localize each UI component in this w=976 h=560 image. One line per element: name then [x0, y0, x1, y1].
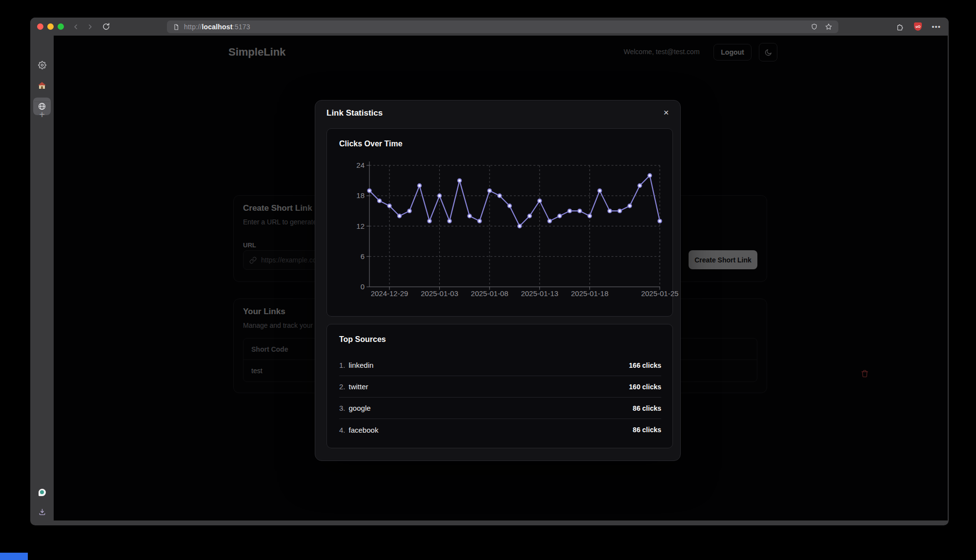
close-window-button[interactable] [37, 23, 43, 30]
reload-icon[interactable] [102, 22, 110, 31]
svg-text:2025-01-18: 2025-01-18 [571, 289, 609, 298]
svg-text:6: 6 [361, 252, 365, 260]
extensions-puzzle-icon[interactable] [896, 22, 904, 31]
page-viewport: SimpleLink Welcome, test@test.com Logout… [54, 36, 948, 520]
svg-text:24: 24 [356, 161, 365, 169]
clicks-over-time-card: Clicks Over Time 061218242024-12-292025-… [326, 128, 673, 317]
source-row: 2.twitter160 clicks [339, 376, 661, 398]
source-row: 1.linkedin166 clicks [339, 355, 661, 376]
link-statistics-modal: Link Statistics × Clicks Over Time 06121… [315, 100, 681, 461]
source-name: 2.twitter [339, 382, 368, 391]
source-clicks: 160 clicks [629, 383, 661, 391]
maximize-window-button[interactable] [58, 23, 64, 30]
source-clicks: 166 clicks [629, 361, 661, 369]
svg-text:0: 0 [361, 282, 365, 291]
chart-title: Clicks Over Time [339, 140, 403, 148]
svg-text:12: 12 [356, 222, 365, 230]
source-row: 4.facebook86 clicks [339, 419, 661, 440]
back-icon[interactable] [73, 23, 80, 30]
url-text: http://localhost:5173 [184, 23, 250, 31]
top-sources-list: 1.linkedin166 clicks2.twitter160 clicks3… [339, 355, 661, 440]
source-name: 3.google [339, 404, 371, 412]
top-sources-title: Top Sources [339, 335, 386, 344]
svg-text:2025-01-03: 2025-01-03 [421, 289, 458, 298]
traffic-lights [30, 23, 64, 30]
browser-sidebar: + [30, 36, 54, 520]
svg-text:2025-01-25: 2025-01-25 [641, 289, 679, 298]
bookmark-star-icon[interactable] [825, 23, 833, 31]
account-blob-icon[interactable] [33, 483, 51, 501]
svg-text:2024-12-29: 2024-12-29 [371, 289, 408, 298]
minimize-window-button[interactable] [47, 23, 54, 30]
menu-icon[interactable]: ••• [932, 22, 941, 31]
svg-text:18: 18 [356, 191, 365, 200]
home-tab-icon[interactable] [33, 77, 51, 94]
source-name: 4.facebook [339, 426, 378, 434]
shield-icon[interactable] [811, 23, 818, 31]
source-row: 3.google86 clicks [339, 398, 661, 419]
source-clicks: 86 clicks [633, 426, 661, 434]
browser-window: http://localhost:5173 uO ••• [30, 18, 949, 525]
forward-icon[interactable] [86, 23, 93, 30]
settings-gear-icon[interactable] [33, 56, 51, 74]
ublock-origin-icon[interactable]: uO [914, 22, 922, 31]
top-sources-card: Top Sources 1.linkedin166 clicks2.twitte… [326, 324, 673, 448]
page-icon [173, 23, 180, 31]
svg-text:2025-01-08: 2025-01-08 [471, 289, 508, 298]
downloads-icon[interactable] [33, 503, 51, 520]
close-icon[interactable]: × [660, 106, 672, 119]
dock-fragment [0, 553, 28, 560]
source-clicks: 86 clicks [633, 404, 661, 412]
svg-text:2025-01-13: 2025-01-13 [521, 289, 558, 298]
address-bar[interactable]: http://localhost:5173 [167, 20, 838, 33]
new-tab-button[interactable]: + [33, 106, 51, 123]
browser-titlebar: http://localhost:5173 uO ••• [30, 18, 949, 36]
source-name: 1.linkedin [339, 361, 373, 369]
modal-title: Link Statistics [326, 108, 383, 118]
clicks-line-chart: 061218242024-12-292025-01-032025-01-0820… [337, 154, 665, 303]
sidebar-divider [34, 101, 50, 102]
chart-container: 061218242024-12-292025-01-032025-01-0820… [337, 154, 665, 305]
